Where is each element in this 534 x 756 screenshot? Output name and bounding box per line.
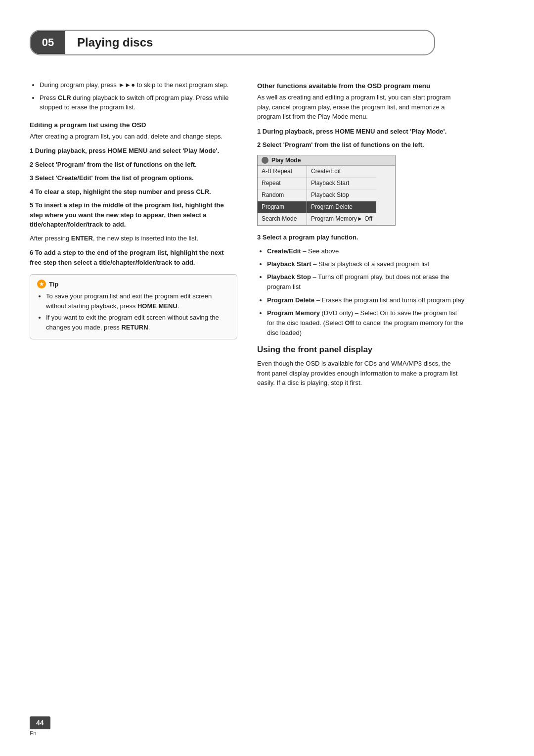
osd-row-program: Program: [258, 201, 307, 213]
step-3: 3 Select 'Create/Edit' from the list of …: [30, 173, 237, 183]
osd-title: Play Mode: [271, 157, 301, 164]
step-r3: 3 Select a program play function.: [257, 233, 465, 242]
page-number: 44: [30, 716, 50, 729]
osd-row-search: Search Mode: [258, 213, 307, 225]
step-5: 5 To insert a step in the middle of the …: [30, 200, 237, 230]
right-column: Other functions available from the OSD p…: [257, 80, 465, 393]
osd-row-repeat: Repeat: [258, 178, 307, 189]
func-program-memory: Program Memory (DVD only) – Select On to…: [267, 308, 465, 338]
osd-row-random: Random: [258, 189, 307, 201]
tip-item: If you want to exit the program edit scr…: [46, 313, 230, 332]
page-lang: En: [30, 730, 50, 736]
func-create-edit: Create/Edit – See above: [267, 246, 465, 256]
step-1: 1 During playback, press HOME MENU and s…: [30, 146, 237, 156]
disc-icon: [262, 157, 268, 164]
tip-header: ★ Tip: [37, 280, 230, 288]
front-panel-body: Even though the OSD is available for CDs…: [257, 359, 465, 388]
step-6: 6 To add a step to the end of the progra…: [30, 248, 237, 267]
osd-right-program-delete: Program Delete: [307, 201, 376, 213]
osd-right-playback-stop: Playback Stop: [307, 189, 376, 201]
front-panel-heading: Using the front panel display: [257, 345, 465, 355]
func-playback-start: Playback Start – Starts playback of a sa…: [267, 259, 465, 269]
func-list: Create/Edit – See above Playback Start –…: [257, 246, 465, 338]
other-functions-heading: Other functions available from the OSD p…: [257, 82, 465, 90]
bullet-item: During program play, press ►►● to skip t…: [40, 80, 237, 90]
intro-bullets: During program play, press ►►● to skip t…: [30, 80, 237, 112]
bullet-item: Press CLR during playback to switch off …: [40, 93, 237, 112]
editing-body: After creating a program list, you can a…: [30, 132, 237, 142]
osd-right-playback-start: Playback Start: [307, 178, 376, 189]
other-functions-body: As well as creating and editing a progra…: [257, 93, 465, 122]
tip-box: ★ Tip To save your program list and exit…: [30, 274, 237, 339]
step-r2: 2 Select 'Program' from the list of func…: [257, 140, 465, 150]
osd-table: A-B Repeat Repeat Random Program Search …: [258, 165, 395, 226]
tip-item: To save your program list and exit the p…: [46, 291, 230, 311]
tip-label: Tip: [49, 281, 58, 288]
osd-right-program-memory: Program Memory ► Off: [307, 213, 376, 225]
chapter-header: 05 Playing discs: [30, 30, 435, 55]
chapter-number: 05: [31, 31, 65, 54]
osd-memory-label: Program Memory: [311, 214, 357, 224]
tip-list: To save your program list and exit the p…: [37, 291, 230, 332]
osd-col-right: Create/Edit Playback Start Playback Stop…: [307, 166, 376, 226]
osd-menu-box: Play Mode A-B Repeat Repeat Random Progr…: [257, 155, 396, 226]
osd-right-create: Create/Edit: [307, 166, 376, 178]
step5-body: After pressing ENTER, the new step is in…: [30, 234, 237, 243]
left-column: During program play, press ►►● to skip t…: [30, 80, 237, 393]
step-4: 4 To clear a step, highlight the step nu…: [30, 187, 237, 197]
osd-title-row: Play Mode: [258, 155, 395, 165]
editing-heading: Editing a program list using the OSD: [30, 121, 237, 129]
func-program-delete: Program Delete – Erases the program list…: [267, 295, 465, 305]
func-playback-stop: Playback Stop – Turns off program play, …: [267, 272, 465, 292]
osd-row-ab-repeat: A-B Repeat: [258, 166, 307, 178]
step-r1: 1 During playback, press HOME MENU and s…: [257, 127, 465, 137]
page-number-box: 44 En: [30, 716, 50, 736]
step-2: 2 Select 'Program' from the list of func…: [30, 160, 237, 170]
content-columns: During program play, press ►►● to skip t…: [30, 80, 504, 393]
tip-icon: ★: [37, 280, 46, 288]
chapter-title: Playing discs: [65, 31, 165, 54]
page-container: 05 Playing discs During program play, pr…: [0, 0, 534, 756]
osd-memory-off: ► Off: [357, 214, 372, 224]
osd-col-left: A-B Repeat Repeat Random Program Search …: [258, 166, 307, 226]
